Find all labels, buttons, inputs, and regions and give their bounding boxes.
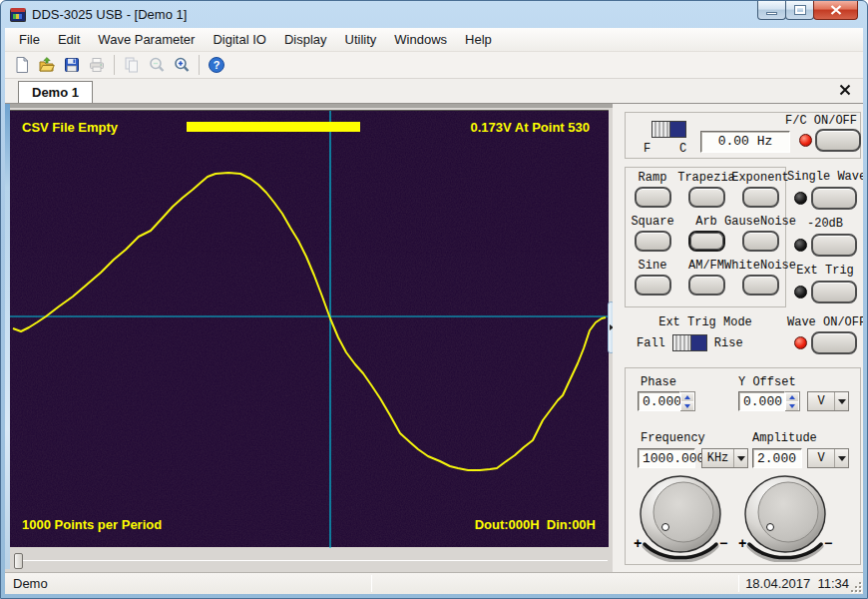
phase-input[interactable]: 0.000 xyxy=(638,391,680,411)
fc-led xyxy=(799,134,812,147)
spin-up-icon[interactable] xyxy=(785,392,799,401)
single-wave-button[interactable] xyxy=(811,187,857,210)
fc-onoff-label: F/C ON/OFF xyxy=(785,114,857,128)
frequency-counter-display: 0.00 Hz xyxy=(700,131,790,153)
gausenoise-button[interactable] xyxy=(742,231,779,252)
fc-group: F C 0.00 Hz F/C ON/OFF xyxy=(625,112,861,159)
menu-wave-parameter[interactable]: Wave Parameter xyxy=(89,29,204,50)
print-icon xyxy=(88,56,106,74)
ramp-button[interactable] xyxy=(635,187,671,208)
minus20db-label: -20dB xyxy=(787,217,863,231)
zoom-out-button[interactable] xyxy=(145,53,169,77)
spin-down-icon[interactable] xyxy=(785,401,799,410)
menu-edit[interactable]: Edit xyxy=(49,29,89,50)
parameters-group: Phase 0.000 Y Offset 0.000 xyxy=(625,367,861,565)
gausenoise-label: GauseNoise xyxy=(724,215,796,229)
ext-trig-button[interactable] xyxy=(811,281,857,303)
svg-text:?: ? xyxy=(214,59,220,71)
svg-text:−: − xyxy=(719,536,727,552)
new-button[interactable] xyxy=(10,53,34,77)
amfm-button[interactable] xyxy=(688,275,725,296)
chevron-down-icon[interactable] xyxy=(834,392,848,410)
save-button[interactable] xyxy=(60,53,84,77)
minimize-button[interactable] xyxy=(757,1,786,20)
print-button[interactable] xyxy=(85,53,109,77)
y-offset-spinner[interactable] xyxy=(785,391,800,411)
menu-file[interactable]: File xyxy=(10,29,49,50)
whitenoise-button[interactable] xyxy=(742,275,779,296)
fc-onoff-button[interactable] xyxy=(815,129,861,152)
wave-onoff-label: Wave ON/OFF xyxy=(787,315,863,329)
arb-button[interactable] xyxy=(688,231,725,252)
frequency-label: Frequency xyxy=(641,431,705,445)
help-button[interactable]: ? xyxy=(205,53,228,77)
frequency-knob[interactable]: + − xyxy=(631,474,730,562)
close-button[interactable] xyxy=(813,1,858,20)
wave-onoff-led xyxy=(794,336,807,349)
amfm-label: AM/FM xyxy=(688,259,725,273)
svg-text:+: + xyxy=(738,536,746,552)
minimize-icon xyxy=(766,12,777,15)
chevron-down-icon[interactable] xyxy=(834,449,848,467)
progress-bar xyxy=(187,122,360,132)
amplitude-input[interactable]: 2.000 xyxy=(752,448,802,468)
fc-switch[interactable] xyxy=(651,121,686,138)
frequency-unit-dropdown[interactable]: KHz xyxy=(701,448,748,468)
close-document-button[interactable] xyxy=(838,83,852,97)
csv-status-text: CSV File Empty xyxy=(22,120,118,135)
wave-onoff-button[interactable] xyxy=(811,331,857,354)
status-separator xyxy=(738,575,739,592)
trapezia-button[interactable] xyxy=(688,187,725,208)
wave-buttons-group: Ramp Trapezia Exponent Square Arb GauseN… xyxy=(625,167,786,307)
points-per-period-text: 1000 Points per Period xyxy=(22,517,162,532)
waveform-canvas xyxy=(10,111,609,548)
zoom-in-button[interactable] xyxy=(170,53,194,77)
exponent-button[interactable] xyxy=(742,187,779,208)
phase-spinner[interactable] xyxy=(680,391,695,411)
menu-bar: File Edit Wave Parameter Digital IO Disp… xyxy=(5,28,863,52)
waveform-display[interactable]: CSV File Empty 0.173V At Point 530 1000 … xyxy=(10,110,609,547)
minus20db-button[interactable] xyxy=(811,234,857,257)
trackbar-groove[interactable] xyxy=(15,560,608,561)
y-offset-input[interactable]: 0.000 xyxy=(738,391,785,411)
open-button[interactable] xyxy=(35,53,59,77)
tab-demo1[interactable]: Demo 1 xyxy=(18,81,93,103)
knob-indicator-dot xyxy=(662,524,669,531)
arb-label: Arb xyxy=(688,215,725,229)
fall-rise-switch-handle[interactable] xyxy=(673,335,691,350)
fc-switch-handle[interactable] xyxy=(652,122,670,137)
zoom-in-icon xyxy=(173,56,191,74)
y-offset-label: Y Offset xyxy=(738,375,796,389)
frequency-input[interactable]: 1000.000 xyxy=(638,448,695,468)
maximize-button[interactable] xyxy=(785,1,814,20)
menu-help[interactable]: Help xyxy=(456,29,501,50)
save-icon xyxy=(63,56,81,74)
square-button[interactable] xyxy=(635,231,671,252)
y-offset-unit-dropdown[interactable]: V xyxy=(807,391,849,411)
spin-down-icon[interactable] xyxy=(680,401,694,410)
fall-rise-switch[interactable] xyxy=(672,334,707,351)
status-text: Demo xyxy=(13,576,48,591)
trackbar-thumb[interactable] xyxy=(14,553,23,569)
amplitude-unit-dropdown[interactable]: V xyxy=(807,448,849,468)
svg-text:+: + xyxy=(634,536,642,552)
trapezia-label: Trapezia xyxy=(677,171,735,185)
toolbar-separator xyxy=(199,55,200,75)
amplitude-knob[interactable]: + − xyxy=(735,474,835,562)
sine-button[interactable] xyxy=(635,275,671,296)
side-buttons-column: Single Wave -20dB Ext Trig xyxy=(787,170,863,303)
horizontal-trackbar[interactable] xyxy=(10,552,611,572)
phase-label: Phase xyxy=(641,375,676,389)
minus20db-led xyxy=(794,239,807,252)
menu-windows[interactable]: Windows xyxy=(385,29,456,50)
menu-digital-io[interactable]: Digital IO xyxy=(204,29,274,50)
menu-display[interactable]: Display xyxy=(275,29,336,50)
resize-grip[interactable] xyxy=(849,580,861,592)
chevron-down-icon[interactable] xyxy=(733,449,747,467)
sine-label: Sine xyxy=(635,259,671,273)
spin-up-icon[interactable] xyxy=(680,392,694,401)
exponent-label: Exponent xyxy=(731,171,789,185)
copy-button[interactable] xyxy=(120,53,144,77)
svg-text:−: − xyxy=(824,536,832,552)
menu-utility[interactable]: Utility xyxy=(336,29,386,50)
